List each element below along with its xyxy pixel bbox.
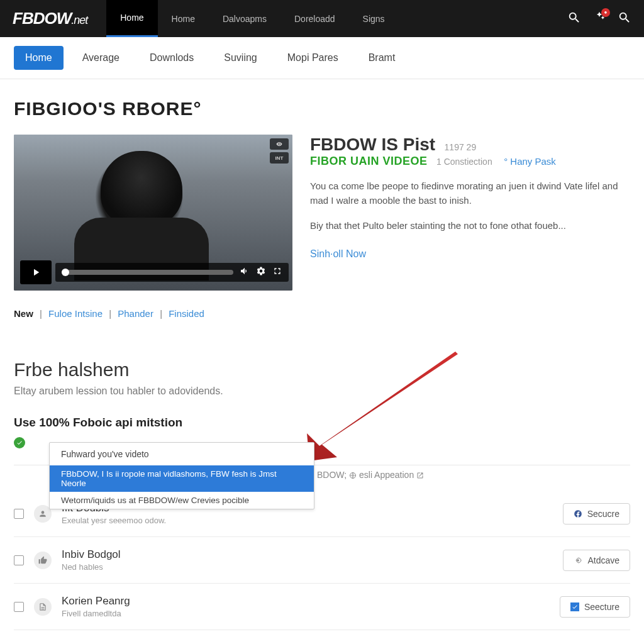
video-controls bbox=[20, 260, 289, 284]
lower-section: Frbe halshem Eltay arubem lession tou ha… bbox=[0, 334, 644, 630]
hero-heading: FBDOW IS Pist bbox=[310, 135, 435, 154]
logo-main: FBDOW bbox=[13, 9, 71, 28]
top-nav-home[interactable]: Home bbox=[106, 0, 157, 37]
inline-hint: BDOW; esli Appeation bbox=[317, 470, 424, 480]
top-nav: Home Home Dalvoapms Doreloadd Signs bbox=[106, 0, 398, 37]
external-icon bbox=[416, 472, 424, 479]
filter-phander[interactable]: Phander bbox=[118, 308, 153, 319]
row-checkbox[interactable] bbox=[14, 509, 24, 519]
sec-nav-bramt[interactable]: Bramt bbox=[357, 46, 407, 70]
video-thumbnail-helmet bbox=[101, 151, 182, 225]
lower-heading: Use 100% Foboic api mitstion bbox=[14, 416, 630, 430]
facebook-icon bbox=[574, 509, 582, 518]
top-header: FBDOW.net Home Home Dalvoapms Doreloadd … bbox=[0, 0, 644, 37]
filter-finsided[interactable]: Finsided bbox=[169, 308, 204, 319]
autocomplete-option-1[interactable]: FBbDOW, I Is ii ropole mal vidlashoms, F… bbox=[50, 465, 314, 492]
globe-icon bbox=[349, 472, 357, 479]
search-icon-2[interactable] bbox=[618, 11, 631, 27]
checkbox-checked-icon bbox=[570, 602, 579, 611]
row-desc: Fivell damedltda bbox=[62, 609, 550, 618]
notification-badge: ● bbox=[601, 8, 610, 17]
autocomplete-dropdown: Fuhward you've videto FBbDOW, I Is ii ro… bbox=[49, 442, 314, 509]
top-nav-home2[interactable]: Home bbox=[158, 0, 209, 37]
svg-point-1 bbox=[577, 559, 580, 562]
hero-sub-meta: 1 Constiection bbox=[436, 157, 492, 167]
document-icon bbox=[34, 598, 52, 616]
row-button-label: Seecture bbox=[584, 602, 619, 612]
sec-nav-suviing[interactable]: Suviing bbox=[213, 46, 268, 70]
row-text: Korien Peanrg Fivell damedltda bbox=[62, 595, 550, 618]
row-button-atdcave[interactable]: Atdcave bbox=[563, 550, 630, 571]
row-button-secucre[interactable]: Secucre bbox=[563, 503, 630, 525]
sec-nav-downlods[interactable]: Downlods bbox=[138, 46, 205, 70]
filter-divider: | bbox=[109, 308, 111, 319]
filter-divider: | bbox=[40, 308, 42, 319]
hero-subheading: FIBOR UAIN VIDEOE bbox=[310, 155, 428, 167]
row-desc: Ned hables bbox=[62, 562, 553, 572]
page-title: FIBGIOO'S RBORE° bbox=[14, 98, 630, 119]
filter-links: New | Fuloe Intsine | Phander | Finsided bbox=[14, 308, 630, 319]
row-title: Korien Peanrg bbox=[62, 595, 550, 608]
gear-icon bbox=[574, 556, 582, 565]
row-text: Inbiv Bodgol Ned hables bbox=[62, 548, 553, 572]
list-row-2: Inbiv Bodgol Ned hables Atdcave bbox=[14, 537, 630, 584]
play-button[interactable] bbox=[20, 260, 52, 284]
inline-hint-text: esli Appeation bbox=[359, 470, 414, 480]
fullscreen-icon[interactable] bbox=[272, 266, 282, 279]
filter-fuloe[interactable]: Fuloe Intsine bbox=[48, 308, 103, 319]
autocomplete-option-2[interactable]: Wetorm/iquids us at FBBDOW/ew Crevies po… bbox=[50, 492, 314, 509]
hero-section: FIBGIOO'S RBORE° INT FBDOW IS bbox=[0, 79, 644, 334]
thumbs-up-icon bbox=[34, 552, 52, 569]
row-checkbox[interactable] bbox=[14, 555, 24, 565]
sec-nav-average[interactable]: Average bbox=[71, 46, 131, 70]
hero-sub-link[interactable]: ° Hany Pask bbox=[504, 156, 556, 167]
list-row-3: Korien Peanrg Fivell damedltda Seecture bbox=[14, 584, 630, 630]
top-icons: ● bbox=[567, 11, 631, 27]
video-progress-bar[interactable] bbox=[62, 270, 233, 275]
hero-body: INT FBDOW IS Pist 1197 29 FIBOR UAIN VID… bbox=[14, 135, 630, 291]
video-progress-wrap bbox=[55, 263, 289, 282]
autocomplete-input[interactable]: Fuhward you've videto bbox=[50, 443, 314, 465]
logo-suffix: .net bbox=[71, 14, 87, 26]
row-button-label: Atdcave bbox=[587, 555, 619, 565]
hero-content: FBDOW IS Pist 1197 29 FIBOR UAIN VIDEOE … bbox=[310, 135, 630, 291]
row-title: Inbiv Bodgol bbox=[62, 548, 553, 561]
row-button-seecture[interactable]: Seecture bbox=[560, 596, 630, 618]
notification-icon[interactable]: ● bbox=[592, 11, 606, 27]
checkmark-icon bbox=[14, 437, 25, 448]
video-badges: INT bbox=[270, 138, 289, 164]
top-nav-doreloadd[interactable]: Doreloadd bbox=[280, 0, 349, 37]
row-checkbox[interactable] bbox=[14, 602, 24, 612]
inline-hint-pre: BDOW; bbox=[317, 470, 347, 480]
filter-divider: | bbox=[160, 308, 162, 319]
site-logo[interactable]: FBDOW.net bbox=[13, 9, 87, 28]
sec-nav-mopi[interactable]: Mopi Pares bbox=[276, 46, 350, 70]
row-desc: Exeulat yesr seeemoo odow. bbox=[62, 516, 553, 525]
search-icon[interactable] bbox=[567, 11, 581, 27]
volume-icon[interactable] bbox=[240, 266, 250, 279]
top-nav-dalvoapms[interactable]: Dalvoapms bbox=[209, 0, 280, 37]
lower-title: Frbe halshem bbox=[14, 359, 630, 380]
secondary-nav: Home Average Downlods Suviing Mopi Pares… bbox=[0, 37, 644, 79]
video-player[interactable]: INT bbox=[14, 135, 292, 291]
hero-desc-2: Biy that thet Pulto beler stainting the … bbox=[310, 219, 630, 233]
row-button-label: Secucre bbox=[587, 509, 619, 519]
lower-subtitle: Eltay arubem lession tou habler to adovi… bbox=[14, 386, 630, 397]
top-nav-signs[interactable]: Signs bbox=[349, 0, 399, 37]
sec-nav-home[interactable]: Home bbox=[14, 46, 64, 70]
video-badge-int[interactable]: INT bbox=[270, 152, 289, 164]
hero-desc-1: You ca come lbe peope to fiedinve morati… bbox=[310, 179, 630, 208]
hero-meta: 1197 29 bbox=[445, 142, 477, 152]
hero-cta-link[interactable]: Sinh·oll Now bbox=[310, 248, 366, 260]
filter-new[interactable]: New bbox=[14, 308, 33, 319]
settings-icon[interactable] bbox=[256, 266, 266, 279]
video-badge-eye[interactable] bbox=[270, 138, 289, 150]
